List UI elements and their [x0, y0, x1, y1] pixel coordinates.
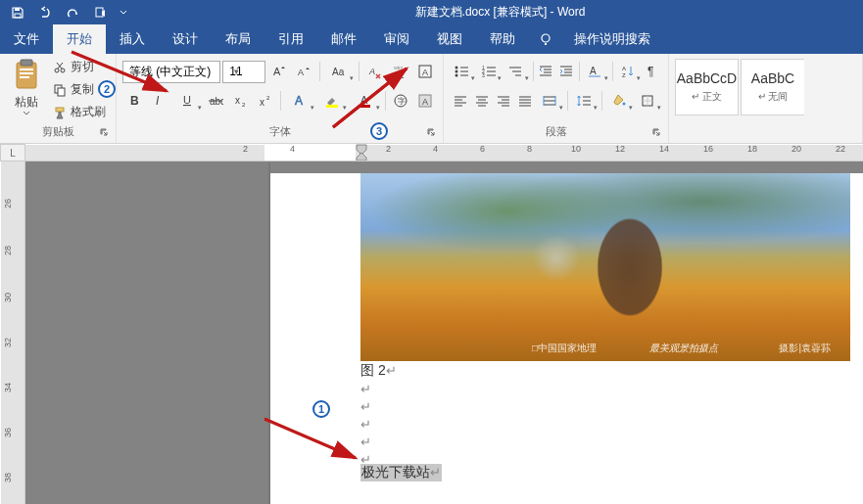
- style-nospacing[interactable]: AaBbC ↵ 无间: [741, 59, 804, 115]
- empty-paragraph[interactable]: ↵: [360, 398, 371, 414]
- ruler-corner[interactable]: L: [0, 144, 25, 161]
- bold-button[interactable]: B: [122, 89, 145, 113]
- save-button[interactable]: [4, 0, 31, 24]
- svg-rect-8: [20, 72, 33, 74]
- clear-formatting-button[interactable]: A: [363, 60, 387, 83]
- underline-button[interactable]: U▾: [172, 89, 203, 113]
- line-spacing-button[interactable]: ▾: [571, 89, 599, 113]
- increase-indent-button[interactable]: [556, 60, 576, 83]
- svg-rect-6: [21, 60, 32, 66]
- svg-point-11: [61, 69, 65, 72]
- group-paragraph: ▾ 123▾ ▾ A▾ AZ▾ ¶ ▾ ▾ ▾: [444, 54, 669, 143]
- bullets-button[interactable]: ▾: [450, 60, 476, 83]
- enclose-characters-button[interactable]: A: [414, 89, 437, 113]
- svg-point-44: [455, 74, 458, 77]
- align-right-button[interactable]: [493, 89, 513, 113]
- svg-rect-7: [20, 69, 33, 70]
- svg-point-4: [542, 34, 550, 42]
- new-doc-button[interactable]: [86, 0, 114, 24]
- annotation-circle-3: 3: [370, 122, 388, 140]
- shading-button[interactable]: ▾: [605, 89, 633, 113]
- change-case-button[interactable]: Aa▾: [324, 60, 355, 83]
- tab-design[interactable]: 设计: [159, 24, 212, 54]
- multilevel-list-button[interactable]: ▾: [503, 60, 530, 83]
- tab-mailings[interactable]: 邮件: [317, 24, 370, 54]
- superscript-button[interactable]: x2: [254, 89, 276, 113]
- svg-rect-13: [58, 88, 65, 96]
- svg-text:B: B: [130, 94, 139, 108]
- tab-help[interactable]: 帮助: [476, 24, 529, 54]
- decrease-indent-button[interactable]: [536, 60, 555, 83]
- text-effects-button[interactable]: A▾: [285, 89, 315, 113]
- increase-font-button[interactable]: A: [267, 60, 291, 83]
- svg-text:x: x: [235, 95, 240, 106]
- font-group-label: 字体: [122, 122, 437, 141]
- tell-me-icon[interactable]: [529, 24, 558, 54]
- page[interactable]: □中国国家地理 最美观景拍摄点 摄影|袁蓉荪 图 2↵ ↵ ↵ ↵ ↵ ↵ 极光…: [270, 161, 863, 504]
- paragraph-launcher[interactable]: [650, 127, 662, 139]
- paste-button[interactable]: 粘贴: [6, 57, 47, 122]
- undo-button[interactable]: [31, 0, 59, 24]
- empty-paragraph[interactable]: ↵: [360, 381, 371, 396]
- strikethrough-button[interactable]: abc: [205, 89, 227, 113]
- paste-label: 粘贴: [15, 94, 38, 111]
- selected-text[interactable]: 极光下载站↵: [360, 464, 442, 481]
- tab-layout[interactable]: 布局: [212, 24, 264, 54]
- qat-customize-chevron[interactable]: [114, 0, 133, 24]
- borders-button[interactable]: ▾: [635, 89, 662, 113]
- character-shading-button[interactable]: 字: [389, 89, 411, 113]
- tab-review[interactable]: 审阅: [370, 24, 423, 54]
- svg-text:A: A: [422, 97, 428, 107]
- tab-file[interactable]: 文件: [0, 24, 53, 54]
- format-painter-button[interactable]: 格式刷: [49, 102, 110, 122]
- redo-button[interactable]: [59, 0, 86, 24]
- align-center-button[interactable]: [471, 89, 492, 113]
- show-marks-button[interactable]: ¶: [643, 60, 662, 83]
- tab-insert[interactable]: 插入: [106, 24, 159, 54]
- italic-button[interactable]: I: [147, 89, 169, 113]
- cut-label: 剪切: [71, 59, 94, 75]
- align-left-button[interactable]: [450, 89, 470, 113]
- vertical-ruler[interactable]: 26 28 30 32 34 36 38 40 42: [0, 161, 25, 504]
- svg-text:3: 3: [482, 72, 485, 78]
- font-name-select[interactable]: 等线 (中文正文)▾: [122, 61, 220, 83]
- tab-home[interactable]: 开始: [53, 24, 106, 54]
- group-styles: AaBbCcD ↵ 正文 AaBbC ↵ 无间: [669, 54, 863, 143]
- clipboard-launcher[interactable]: [98, 127, 110, 139]
- style-normal[interactable]: AaBbCcD ↵ 正文: [675, 59, 739, 115]
- numbering-button[interactable]: 123▾: [477, 60, 503, 83]
- document-image[interactable]: □中国国家地理 最美观景拍摄点 摄影|袁蓉荪: [360, 173, 850, 361]
- svg-text:2: 2: [266, 95, 270, 101]
- empty-paragraph[interactable]: ↵: [360, 416, 371, 432]
- font-color-button[interactable]: A▾: [350, 89, 380, 113]
- asian-layout-button[interactable]: A▾: [583, 60, 609, 83]
- figure-caption[interactable]: 图 2↵: [360, 362, 397, 380]
- svg-text:Aa: Aa: [332, 67, 345, 77]
- subscript-button[interactable]: x2: [229, 89, 252, 113]
- phonetic-guide-button[interactable]: wén文: [389, 60, 412, 83]
- font-size-select[interactable]: 11▾: [222, 61, 264, 83]
- empty-paragraph[interactable]: ↵: [360, 434, 371, 449]
- svg-rect-14: [56, 108, 64, 112]
- tab-view[interactable]: 视图: [423, 24, 476, 54]
- tell-me-search[interactable]: 操作说明搜索: [560, 24, 664, 54]
- title-bar: 新建文档.docx [兼容模式] - Word: [0, 0, 863, 24]
- svg-rect-3: [96, 8, 103, 17]
- svg-text:2: 2: [242, 102, 246, 108]
- distributed-button[interactable]: ▾: [537, 89, 564, 113]
- decrease-font-button[interactable]: A: [292, 60, 315, 83]
- sort-button[interactable]: AZ▾: [616, 60, 643, 83]
- horizontal-ruler[interactable]: 2 4 2 4 6 8 10 12 14 16 18 20 22: [25, 144, 863, 161]
- font-launcher[interactable]: [425, 127, 437, 139]
- svg-text:A: A: [590, 66, 597, 76]
- annotation-circle-2: 2: [98, 80, 116, 98]
- document-area[interactable]: □中国国家地理 最美观景拍摄点 摄影|袁蓉荪 图 2↵ ↵ ↵ ↵ ↵ ↵ 极光…: [25, 161, 863, 504]
- svg-point-40: [455, 67, 458, 69]
- highlight-button[interactable]: ▾: [317, 89, 348, 113]
- cut-button[interactable]: 剪切: [49, 57, 110, 77]
- image-watermark-left: □中国国家地理: [532, 342, 597, 355]
- character-border-button[interactable]: A: [413, 60, 437, 83]
- justify-button[interactable]: [515, 89, 536, 113]
- tab-references[interactable]: 引用: [264, 24, 317, 54]
- indent-hanging-marker[interactable]: [356, 152, 367, 161]
